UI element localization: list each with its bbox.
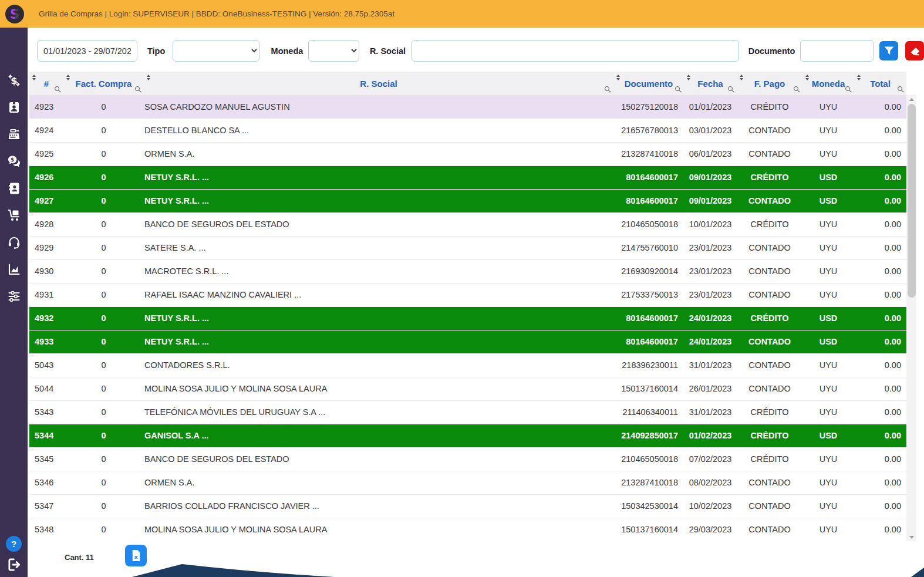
- table-row[interactable]: 49280BANCO DE SEGUROS DEL ESTADO21046505…: [29, 212, 906, 236]
- rsocial-input[interactable]: [412, 40, 739, 62]
- cell-fecha: 31/01/2023: [684, 400, 737, 424]
- sidebar-item-id-badge[interactable]: [7, 100, 21, 114]
- column-search-icon[interactable]: [675, 86, 680, 91]
- cell-fecha: 01/01/2023: [684, 95, 737, 119]
- cell-num: 4928: [29, 212, 63, 236]
- cell-f_pago: CONTADO: [737, 283, 802, 306]
- table-row[interactable]: 49330NETUY S.R.L. ...8016460001724/01/20…: [29, 330, 906, 353]
- column-search-icon[interactable]: [845, 86, 850, 91]
- cell-f_pago: CONTADO: [737, 189, 802, 212]
- cell-f_pago: CRÉDITO: [737, 400, 802, 424]
- cell-r_social: NETUY S.R.L. ...: [144, 166, 613, 189]
- table-row[interactable]: 49250ORMEN S.A.21328741001806/01/2023CON…: [29, 142, 906, 166]
- table-row[interactable]: 50430CONTADORES S.R.L.21839623001131/01/…: [29, 353, 906, 377]
- documento-input[interactable]: [800, 40, 874, 62]
- column-search-icon[interactable]: [605, 86, 609, 91]
- cell-num: 4933: [29, 330, 63, 353]
- cell-num: 5343: [29, 400, 63, 424]
- cell-moneda: USD: [802, 330, 854, 353]
- sidebar-item-comments-dollar[interactable]: $: [7, 154, 21, 168]
- cell-fecha: 24/01/2023: [684, 306, 737, 330]
- tipo-select[interactable]: [173, 40, 259, 62]
- table-row[interactable]: 53460ORMEN S.A.21328741001808/02/2023CON…: [29, 471, 906, 494]
- row-count-label: Cant. 11: [65, 553, 94, 562]
- logout-button[interactable]: [6, 557, 22, 572]
- cell-moneda: UYU: [802, 494, 854, 518]
- column-header-num[interactable]: #: [29, 72, 63, 95]
- sidebar-item-dolly-cart[interactable]: [7, 208, 21, 222]
- sort-icon[interactable]: [147, 75, 150, 80]
- column-search-icon[interactable]: [898, 86, 902, 91]
- date-range-input[interactable]: [37, 40, 137, 62]
- scroll-up-arrow-icon[interactable]: [906, 95, 916, 103]
- scrollbar-thumb[interactable]: [908, 104, 916, 298]
- export-excel-button[interactable]: x: [125, 545, 147, 566]
- sort-icon[interactable]: [805, 75, 809, 80]
- cell-fecha: 09/01/2023: [684, 189, 737, 212]
- cell-fecha: 24/01/2023: [684, 330, 737, 353]
- column-header-fecha[interactable]: Fecha: [684, 72, 737, 95]
- sort-icon[interactable]: [66, 75, 70, 80]
- table-row[interactable]: 50440MOLINA SOSA JULIO Y MOLINA SOSA LAU…: [29, 377, 906, 400]
- table-row[interactable]: 49310RAFAEL ISAAC MANZINO CAVALIERI ...2…: [29, 283, 906, 306]
- cell-r_social: RAFAEL ISAAC MANZINO CAVALIERI ...: [144, 283, 613, 306]
- vertical-scrollbar[interactable]: [906, 95, 916, 541]
- cell-moneda: USD: [802, 306, 854, 330]
- cell-num: 5344: [29, 424, 63, 447]
- cell-fact_compra: 0: [63, 189, 144, 212]
- apply-filter-button[interactable]: [879, 41, 898, 60]
- table-row[interactable]: 49240DESTELLO BLANCO SA ...2165767800130…: [29, 119, 906, 142]
- cell-moneda: UYU: [802, 471, 854, 494]
- column-search-icon[interactable]: [794, 86, 798, 91]
- sort-icon[interactable]: [740, 75, 743, 80]
- table-row[interactable]: 53470BARRIOS COLLADO FRANCISCO JAVIER ..…: [29, 494, 906, 518]
- cell-fecha: 10/02/2023: [684, 494, 737, 518]
- svg-text:$: $: [11, 157, 14, 163]
- help-icon[interactable]: ?: [6, 536, 22, 552]
- cell-fecha: 31/01/2023: [684, 353, 737, 377]
- table-row[interactable]: 53450BANCO DE SEGUROS DEL ESTADO21046505…: [29, 447, 906, 471]
- table-row[interactable]: 49260NETUY S.R.L. ...8016460001709/01/20…: [29, 166, 906, 189]
- column-header-moneda[interactable]: Moneda: [802, 72, 854, 95]
- column-header-total[interactable]: Total: [854, 72, 906, 95]
- column-header-documento[interactable]: Documento: [613, 72, 684, 95]
- table-row[interactable]: 53430TELEFÓNICA MÓVILES DEL URUGUAY S.A …: [29, 400, 906, 424]
- sort-icon[interactable]: [32, 75, 36, 80]
- cell-total: 0.00: [854, 377, 906, 400]
- cell-total: 0.00: [854, 494, 906, 518]
- cell-f_pago: CRÉDITO: [737, 424, 802, 447]
- sidebar-item-sliders[interactable]: [7, 289, 21, 303]
- moneda-select[interactable]: [308, 40, 359, 62]
- column-header-f_pago[interactable]: F. Pago: [737, 72, 802, 95]
- cell-fact_compra: 0: [63, 119, 144, 142]
- sort-icon[interactable]: [616, 75, 620, 80]
- sidebar-item-headset[interactable]: [7, 235, 21, 249]
- column-header-r_social[interactable]: R. Social: [144, 72, 613, 95]
- column-search-icon[interactable]: [135, 86, 140, 91]
- cell-total: 0.00: [854, 236, 906, 259]
- column-search-icon[interactable]: [728, 86, 733, 91]
- column-label: F. Pago: [754, 79, 785, 89]
- sidebar-item-area-chart[interactable]: [7, 262, 21, 276]
- table-row[interactable]: 49290SATERE S.A. ...21475576001023/01/20…: [29, 236, 906, 259]
- sidebar-item-money-transfer[interactable]: $: [7, 73, 21, 87]
- cell-total: 0.00: [854, 400, 906, 424]
- table-row[interactable]: 49270NETUY S.R.L. ...8016460001709/01/20…: [29, 189, 906, 212]
- column-search-icon[interactable]: [55, 86, 59, 91]
- column-label: #: [44, 79, 49, 89]
- table-row[interactable]: 53480MOLINA SOSA JULIO Y MOLINA SOSA LAU…: [29, 518, 906, 541]
- sort-icon[interactable]: [857, 75, 861, 80]
- clear-filter-button[interactable]: [905, 41, 924, 60]
- sidebar-item-address-book[interactable]: [7, 181, 21, 195]
- table-row[interactable]: 49230SOSA CARDOZO MANUEL AGUSTIN15027512…: [29, 95, 906, 119]
- sidebar-item-cash-register[interactable]: [7, 127, 21, 141]
- comments-dollar-icon: $: [7, 154, 21, 168]
- sort-icon[interactable]: [687, 75, 690, 80]
- table-row[interactable]: 49320NETUY S.R.L. ...8016460001724/01/20…: [29, 306, 906, 330]
- table-row[interactable]: 53440GANISOL S.A ...21409285001701/02/20…: [29, 424, 906, 447]
- logout-icon: [6, 557, 22, 572]
- cell-moneda: UYU: [802, 400, 854, 424]
- scroll-down-arrow-icon[interactable]: [906, 533, 916, 541]
- table-row[interactable]: 49300MACROTEC S.R.L. ...21693092001423/0…: [29, 259, 906, 283]
- column-header-fact_compra[interactable]: Fact. Compra: [63, 72, 144, 95]
